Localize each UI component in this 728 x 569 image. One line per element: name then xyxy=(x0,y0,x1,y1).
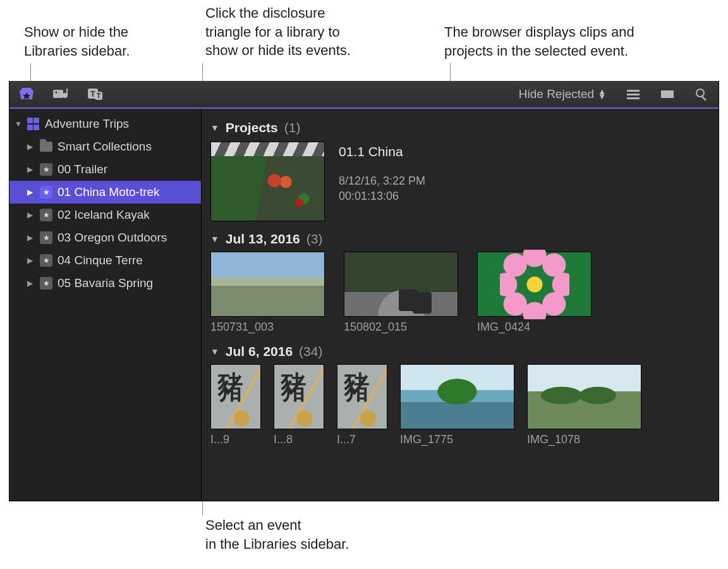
clip-label: 150802_015 xyxy=(344,317,458,334)
disclosure-triangle-icon[interactable]: ▶ xyxy=(27,188,35,197)
project-title: 01.1 China xyxy=(339,144,425,159)
filmstrip-view-icon[interactable] xyxy=(658,85,677,104)
event-star-icon: ★ xyxy=(40,163,52,176)
event-star-icon: ★ xyxy=(40,209,52,221)
disclosure-triangle-icon[interactable]: ▶ xyxy=(27,211,35,219)
project-thumbnail[interactable] xyxy=(210,142,325,221)
clip-item[interactable]: I...7 xyxy=(337,364,387,446)
sidebar-item-label: 02 Iceland Kayak xyxy=(58,208,150,222)
svg-point-4 xyxy=(55,91,57,93)
section-title: Jul 13, 2016 xyxy=(226,231,300,247)
clip-thumbnail[interactable] xyxy=(477,252,592,317)
clip-thumbnail[interactable] xyxy=(210,364,261,429)
section-title: Projects xyxy=(226,120,278,135)
svg-rect-1 xyxy=(53,90,63,98)
section-count: (1) xyxy=(284,120,301,135)
sidebar-item-label: 05 Bavaria Spring xyxy=(58,276,153,290)
event-star-icon: ★ xyxy=(40,254,52,267)
clip-label: IMG_1078 xyxy=(527,429,641,446)
svg-point-15 xyxy=(696,89,704,97)
sidebar-item[interactable]: ▶★00 Trailer xyxy=(9,158,201,181)
svg-text:T: T xyxy=(97,92,101,99)
svg-rect-10 xyxy=(627,94,640,95)
app-window: TT Hide Rejected ▲▼ ▼ Adventure Trips ▶S… xyxy=(9,81,719,501)
clip-filter-popup[interactable]: Hide Rejected ▲▼ xyxy=(516,87,609,101)
clip-label: I...9 xyxy=(210,429,261,446)
clip-grid: 150731_003150802_015IMG_0424 xyxy=(210,252,710,334)
event-star-icon: ★ xyxy=(40,231,52,244)
disclosure-triangle-icon[interactable]: ▶ xyxy=(27,233,35,242)
callout-browser: The browser displays clips and projects … xyxy=(444,23,634,60)
sidebar-item[interactable]: ▶★05 Bavaria Spring xyxy=(9,272,201,295)
clip-thumbnail[interactable] xyxy=(400,364,514,429)
projects-header[interactable]: ▼ Projects (1) xyxy=(210,115,710,140)
sidebar-item[interactable]: ▶★01 China Moto-trek xyxy=(9,181,201,204)
svg-rect-3 xyxy=(66,89,68,95)
photos-audio-sidebar-icon[interactable] xyxy=(51,85,70,104)
library-row[interactable]: ▼ Adventure Trips xyxy=(9,113,201,135)
clip-item[interactable]: IMG_1775 xyxy=(400,364,514,446)
clip-thumbnail[interactable] xyxy=(337,364,387,429)
project-metadata: 01.1 China 8/12/16, 3:22 PM 00:01:13:06 xyxy=(339,142,425,204)
search-icon[interactable] xyxy=(692,85,711,104)
svg-rect-16 xyxy=(701,96,706,101)
sidebar-item-label: 03 Oregon Outdoors xyxy=(58,231,167,245)
libraries-sidebar-toggle-icon[interactable] xyxy=(17,85,36,104)
callout-sidebar-toggle: Show or hide the Libraries sidebar. xyxy=(24,23,130,60)
sidebar-item-label: 01 China Moto-trek xyxy=(58,185,160,199)
clip-item[interactable]: I...9 xyxy=(210,364,261,446)
event-star-icon: ★ xyxy=(40,277,52,290)
folder-icon xyxy=(40,142,52,152)
clip-grid: I...9I...8I...7IMG_1775IMG_1078 xyxy=(210,364,710,446)
section-count: (3) xyxy=(306,231,323,247)
browser: ▼ Projects (1) 01.1 China 8/12/16, 3:22 … xyxy=(202,109,719,501)
disclosure-triangle-icon[interactable]: ▶ xyxy=(27,142,35,151)
disclosure-triangle-icon[interactable]: ▶ xyxy=(27,165,35,174)
disclosure-triangle-icon[interactable]: ▶ xyxy=(27,256,35,265)
section-title: Jul 6, 2016 xyxy=(226,344,293,359)
clip-item[interactable]: IMG_0424 xyxy=(477,252,592,334)
clip-label: I...8 xyxy=(274,429,324,446)
project-duration: 00:01:13:06 xyxy=(339,188,425,204)
svg-rect-14 xyxy=(672,89,674,90)
project-date: 8/12/16, 3:22 PM xyxy=(339,173,425,188)
disclosure-triangle-icon[interactable]: ▼ xyxy=(210,123,219,133)
sort-arrows-icon: ▲▼ xyxy=(598,89,606,99)
disclosure-triangle-icon[interactable]: ▼ xyxy=(210,346,219,357)
date-group-header[interactable]: ▼Jul 6, 2016(34) xyxy=(210,339,710,364)
sidebar-item[interactable]: ▶Smart Collections xyxy=(9,135,201,158)
clip-label: IMG_1775 xyxy=(400,429,514,446)
list-view-icon[interactable] xyxy=(624,85,643,104)
clip-thumbnail[interactable] xyxy=(344,252,458,317)
clip-item[interactable]: 150731_003 xyxy=(210,252,325,334)
sidebar-item[interactable]: ▶★03 Oregon Outdoors xyxy=(9,226,201,249)
clip-filter-label: Hide Rejected xyxy=(519,87,594,101)
disclosure-triangle-icon[interactable]: ▼ xyxy=(210,234,219,244)
clip-item[interactable]: IMG_1078 xyxy=(527,364,641,446)
svg-rect-11 xyxy=(627,97,640,99)
clip-item[interactable]: 150802_015 xyxy=(344,252,458,334)
project-item[interactable]: 01.1 China 8/12/16, 3:22 PM 00:01:13:06 xyxy=(210,142,710,221)
clip-thumbnail[interactable] xyxy=(274,364,324,429)
sidebar-item[interactable]: ▶★02 Iceland Kayak xyxy=(9,204,201,226)
callout-disclosure: Click the disclosure triangle for a libr… xyxy=(205,4,351,60)
svg-rect-13 xyxy=(661,89,663,90)
titles-generators-sidebar-icon[interactable]: TT xyxy=(85,85,104,104)
event-star-icon: ★ xyxy=(40,186,52,199)
clip-label: IMG_0424 xyxy=(477,317,592,334)
libraries-sidebar: ▼ Adventure Trips ▶Smart Collections▶★00… xyxy=(9,109,202,501)
date-group-header[interactable]: ▼Jul 13, 2016(3) xyxy=(210,226,710,252)
library-name: Adventure Trips xyxy=(45,117,129,131)
disclosure-triangle-icon[interactable]: ▶ xyxy=(27,279,35,288)
clip-label: 150731_003 xyxy=(210,317,325,334)
clip-thumbnail[interactable] xyxy=(527,364,641,429)
clip-item[interactable]: I...8 xyxy=(274,364,324,446)
toolbar: TT Hide Rejected ▲▼ xyxy=(9,81,719,109)
svg-rect-9 xyxy=(627,90,640,92)
clip-thumbnail[interactable] xyxy=(210,252,325,317)
disclosure-triangle-icon[interactable]: ▼ xyxy=(15,119,22,128)
svg-rect-12 xyxy=(661,90,674,98)
sidebar-item-label: Smart Collections xyxy=(58,140,152,154)
sidebar-item[interactable]: ▶★04 Cinque Terre xyxy=(9,249,201,272)
sidebar-item-label: 00 Trailer xyxy=(58,162,107,176)
